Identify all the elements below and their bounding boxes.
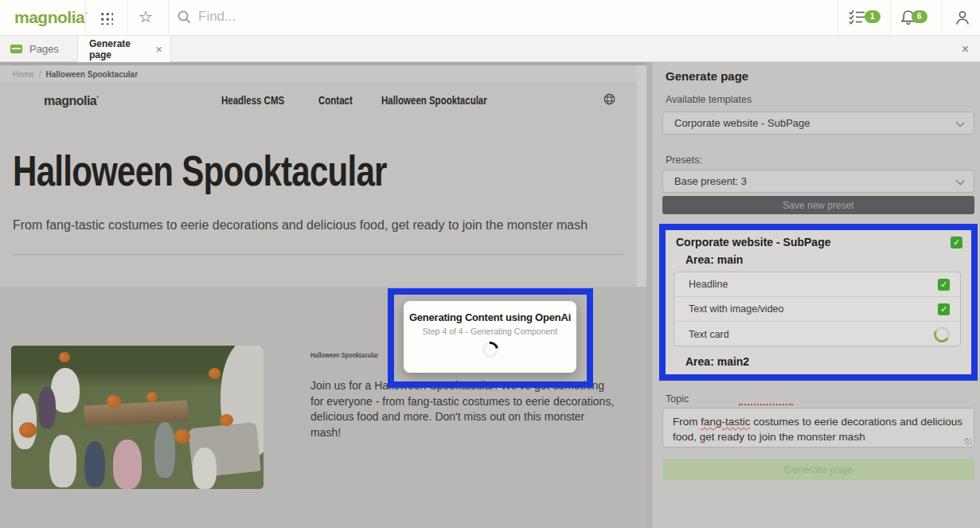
site-logo-trademark: ° — [96, 96, 98, 101]
tab-bar: Pages Generate page × × — [0, 36, 980, 62]
tasks-badge: 1 — [865, 10, 880, 23]
notifications-badge: 6 — [912, 10, 927, 23]
breadcrumb-current-page: Halloween Spooktacular — [45, 70, 138, 79]
search-icon — [177, 10, 192, 25]
halloween-party-photo — [11, 346, 264, 489]
divider — [127, 0, 127, 36]
photo-dim-overlay — [11, 346, 264, 489]
divider — [890, 0, 891, 36]
area-main-label: Area: main — [685, 253, 743, 266]
topic-label: Topic — [666, 393, 689, 405]
tasks-checklist-icon[interactable] — [849, 10, 866, 25]
tab-generate-page-label: Generate page — [89, 38, 155, 61]
nav-link-contact[interactable]: Contact — [318, 94, 353, 107]
generating-modal: Generating Content using OpenAi Step 4 o… — [404, 301, 576, 373]
panel-close-icon[interactable]: × — [962, 42, 969, 57]
magnolia-logo[interactable]: magnolia° — [14, 8, 87, 27]
presets-select-value: Base present: 3 — [674, 175, 747, 187]
tab-pages-label: Pages — [29, 43, 59, 55]
save-new-preset-button[interactable]: Save new preset — [662, 196, 974, 214]
magnolia-cms-app: magnolia° ☆ Find... 1 — [0, 0, 980, 528]
language-globe-icon[interactable] — [603, 93, 615, 105]
structure-highlight-annotation: Corporate website - SubPage ✓ Area: main… — [659, 224, 978, 381]
search-placeholder: Find... — [198, 9, 236, 25]
site-nav: Headless CMS Contact Halloween Spooktacu… — [221, 94, 510, 107]
global-search[interactable]: Find... — [177, 9, 236, 25]
templates-select[interactable]: Corporate website - SubPage — [662, 111, 974, 135]
user-profile-icon[interactable] — [954, 10, 971, 26]
page-title: Halloween Spooktacular — [13, 148, 387, 194]
tab-pages[interactable]: Pages — [0, 36, 77, 62]
component-row-headline[interactable]: Headline ✓ — [674, 272, 960, 297]
spellcheck-artifact — [739, 404, 793, 405]
component-loading-spinner — [932, 324, 951, 343]
textarea-resize-handle[interactable] — [965, 438, 972, 445]
breadcrumb-home[interactable]: Home — [13, 70, 34, 79]
template-checkbox[interactable]: ✓ — [951, 237, 962, 248]
component-list: Headline ✓ Text with image/video ✓ Text … — [674, 272, 961, 346]
topic-misspelled-word: fang-tastic — [701, 416, 750, 428]
article-label: Halloween Spooktacular — [310, 351, 378, 359]
hero-text: From fang-tastic costumes to eerie decor… — [13, 218, 626, 233]
divider — [646, 62, 653, 528]
breadcrumb-separator: / — [39, 70, 41, 79]
divider — [85, 0, 86, 36]
modal-title: Generating Content using OpenAi — [404, 311, 576, 323]
panel-title: Generate page — [666, 69, 748, 83]
component-checkbox[interactable]: ✓ — [938, 279, 950, 291]
component-checkbox[interactable]: ✓ — [938, 303, 950, 315]
divider — [942, 0, 943, 36]
topic-text: From — [673, 416, 701, 428]
generate-page-button[interactable]: Generate page — [662, 459, 974, 480]
component-row-text-with-image[interactable]: Text with image/video ✓ — [674, 297, 960, 322]
modal-step-text: Step 4 of 4 - Generating Component — [404, 327, 576, 336]
template-structure-title: Corporate website - SubPage — [676, 236, 830, 248]
templates-label: Available templates — [666, 94, 752, 105]
site-logo[interactable]: magnolia° — [44, 94, 99, 108]
favorites-star-icon[interactable]: ☆ — [139, 7, 153, 26]
divider — [168, 0, 169, 36]
breadcrumb: Home / Halloween Spooktacular — [0, 65, 646, 83]
presets-select[interactable]: Base present: 3 — [662, 170, 974, 193]
tab-generate-page[interactable]: Generate page × — [77, 36, 171, 62]
topic-textarea[interactable]: From fang-tastic costumes to eerie decor… — [662, 408, 974, 448]
area-main2-label: Area: main2 — [685, 355, 749, 368]
nav-link-headless-cms[interactable]: Headless CMS — [221, 94, 284, 107]
component-label: Text card — [689, 329, 729, 340]
divider — [837, 0, 838, 36]
loading-spinner — [479, 338, 502, 361]
chevron-down-icon — [956, 177, 965, 186]
templates-select-value: Corporate website - SubPage — [674, 117, 810, 129]
component-label: Text with image/video — [689, 303, 784, 315]
top-bar: magnolia° ☆ Find... 1 — [0, 0, 980, 36]
template-structure-header: Corporate website - SubPage ✓ — [676, 236, 962, 248]
component-label: Headline — [689, 279, 728, 290]
component-row-text-card[interactable]: Text card — [674, 322, 960, 346]
app-launcher-icon[interactable] — [100, 11, 113, 25]
divider — [13, 254, 623, 255]
site-header: magnolia° Headless CMS Contact Halloween… — [0, 83, 637, 121]
nav-link-halloween-spooktacular[interactable]: Halloween Spooktacular — [381, 94, 487, 107]
pages-icon — [10, 45, 22, 53]
chevron-down-icon — [956, 119, 965, 127]
tab-close-icon[interactable]: × — [155, 43, 162, 55]
presets-label: Presets: — [666, 154, 702, 166]
